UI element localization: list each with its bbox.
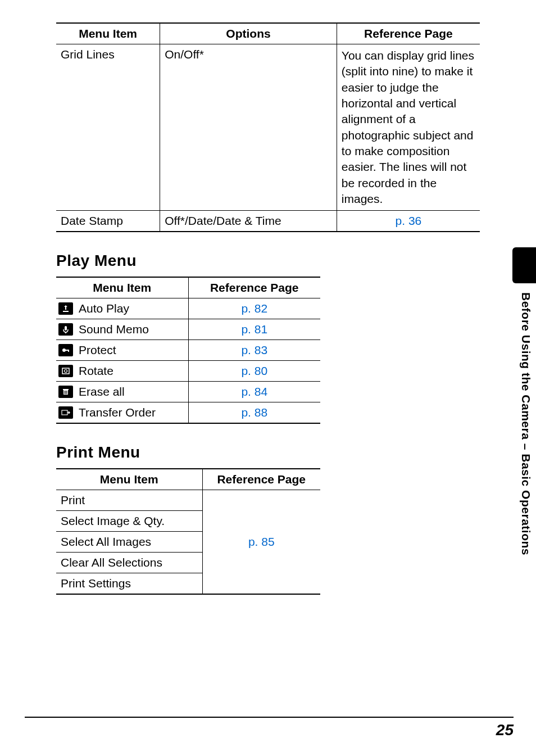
cell-options: Off*/Date/Date & Time	[160, 211, 337, 232]
cell-menu: Auto Play	[79, 302, 129, 315]
table-row: Protect p. 83	[56, 340, 320, 361]
cell-options: On/Off*	[160, 44, 337, 211]
cell-menu: Clear All Selections	[56, 553, 202, 573]
page-link[interactable]: p. 85	[202, 490, 320, 595]
table-row: Grid Lines On/Off* You can display grid …	[56, 44, 480, 211]
autoplay-icon	[58, 302, 73, 315]
table-row: Auto Play p. 82	[56, 298, 320, 319]
th-reference: Reference Page	[337, 23, 480, 44]
th-menu-item: Menu Item	[56, 277, 188, 298]
chapter-tab: Before Using the Camera – Basic Operatio…	[512, 247, 536, 607]
th-reference: Reference Page	[188, 277, 320, 298]
menu-options-table: Menu Item Options Reference Page Grid Li…	[56, 22, 480, 232]
protect-icon	[58, 344, 73, 356]
table-row: Erase all p. 84	[56, 382, 320, 402]
svg-rect-4	[68, 350, 69, 352]
th-reference: Reference Page	[202, 469, 320, 490]
svg-rect-5	[62, 368, 69, 374]
th-menu-item: Menu Item	[56, 469, 202, 490]
page-link[interactable]: p. 84	[188, 382, 320, 402]
cell-reference: You can display grid lines (split into n…	[337, 44, 480, 211]
page-footer: 25	[25, 717, 514, 739]
svg-point-6	[65, 370, 67, 373]
sound-memo-icon	[58, 323, 73, 336]
cell-menu: Protect	[79, 343, 116, 357]
svg-rect-1	[65, 332, 66, 333]
rotate-icon	[58, 365, 73, 377]
svg-rect-8	[63, 389, 69, 390]
table-row: Print p. 85	[56, 490, 320, 511]
page-link[interactable]: p. 82	[188, 298, 320, 319]
chapter-label: Before Using the Camera – Basic Operatio…	[519, 292, 533, 555]
page-link[interactable]: p. 80	[188, 361, 320, 382]
table-row: Sound Memo p. 81	[56, 319, 320, 340]
th-options: Options	[160, 23, 337, 44]
page-link[interactable]: p. 81	[188, 319, 320, 340]
page-link[interactable]: p. 83	[188, 340, 320, 361]
erase-all-icon	[58, 386, 73, 398]
page-number: 25	[496, 721, 514, 739]
cell-menu: Sound Memo	[79, 323, 149, 336]
page-link[interactable]: p. 88	[188, 402, 320, 424]
th-menu-item: Menu Item	[56, 23, 160, 44]
page-link[interactable]: p. 36	[337, 211, 480, 232]
svg-rect-12	[62, 410, 67, 415]
cell-menu: Rotate	[79, 364, 113, 378]
table-row: Rotate p. 80	[56, 361, 320, 382]
cell-menu: Select Image & Qty.	[56, 511, 202, 532]
table-row: Date Stamp Off*/Date/Date & Time p. 36	[56, 211, 480, 232]
tab-marker	[512, 247, 536, 283]
table-row: Transfer Order p. 88	[56, 402, 320, 424]
play-menu-table: Menu Item Reference Page Auto Play p. 82…	[56, 277, 320, 424]
cell-menu: Print	[56, 490, 202, 511]
play-menu-heading: Play Menu	[56, 252, 480, 270]
cell-menu: Transfer Order	[79, 406, 156, 419]
print-menu-table: Menu Item Reference Page Print p. 85 Sel…	[56, 468, 320, 595]
cell-menu: Grid Lines	[56, 44, 160, 211]
print-menu-heading: Print Menu	[56, 443, 480, 461]
cell-menu: Erase all	[79, 385, 125, 399]
cell-menu: Select All Images	[56, 532, 202, 553]
transfer-order-icon	[58, 406, 73, 419]
cell-menu: Date Stamp	[56, 211, 160, 232]
cell-menu: Print Settings	[56, 573, 202, 595]
svg-rect-0	[65, 326, 67, 331]
